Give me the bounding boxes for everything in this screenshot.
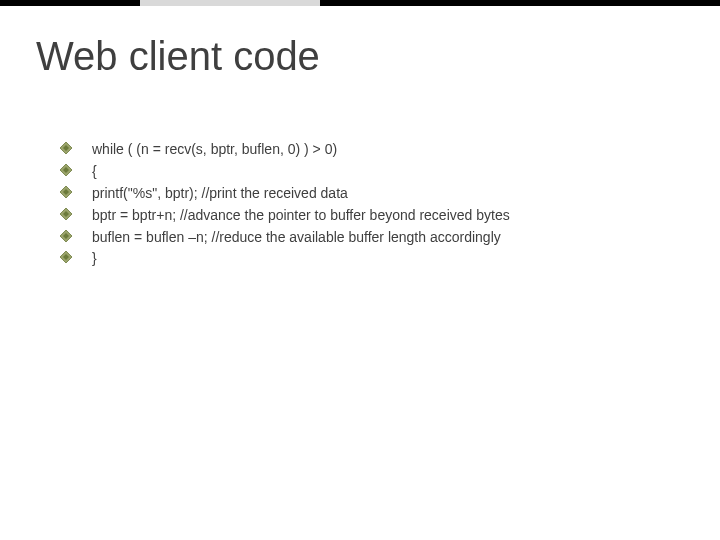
list-item: {: [60, 162, 690, 181]
bullet-icon: [60, 208, 74, 222]
bullet-icon: [60, 230, 74, 244]
list-item: buflen = buflen –n; //reduce the availab…: [60, 228, 690, 247]
code-list: while ( (n = recv(s, bptr, buflen, 0) ) …: [60, 140, 690, 271]
code-line: }: [92, 249, 690, 268]
list-item: bptr = bptr+n; //advance the pointer to …: [60, 206, 690, 225]
code-line: bptr = bptr+n; //advance the pointer to …: [92, 206, 690, 225]
code-line: while ( (n = recv(s, bptr, buflen, 0) ) …: [92, 140, 690, 159]
slide: Web client code while ( (n = recv(s, bpt…: [0, 0, 720, 540]
top-divider: [0, 0, 720, 6]
code-line: printf("%s", bptr); //print the received…: [92, 184, 690, 203]
bullet-icon: [60, 251, 74, 265]
bullet-icon: [60, 142, 74, 156]
bullet-icon: [60, 164, 74, 178]
bullet-icon: [60, 186, 74, 200]
slide-title: Web client code: [36, 34, 320, 79]
list-item: }: [60, 249, 690, 268]
top-divider-highlight: [140, 0, 320, 6]
list-item: printf("%s", bptr); //print the received…: [60, 184, 690, 203]
code-line: buflen = buflen –n; //reduce the availab…: [92, 228, 690, 247]
list-item: while ( (n = recv(s, bptr, buflen, 0) ) …: [60, 140, 690, 159]
code-line: {: [92, 162, 690, 181]
